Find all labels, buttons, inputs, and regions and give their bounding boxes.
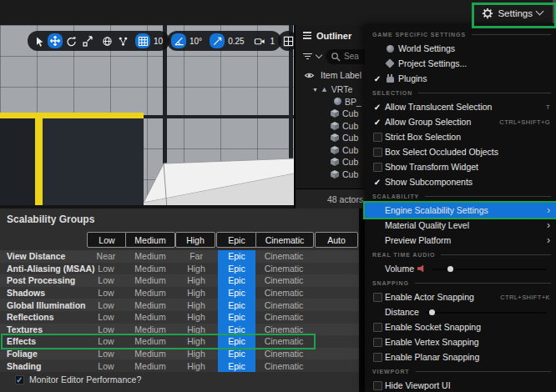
rotation-snap-value[interactable]: 10° bbox=[187, 37, 205, 46]
menu-item-enable-planar-snapping[interactable]: Enable Planar Snapping bbox=[365, 349, 556, 364]
rotate-tool-icon[interactable] bbox=[63, 33, 78, 48]
level-viewport[interactable]: 10 10° 0.25 1 bbox=[0, 25, 295, 209]
quality-cell-medium[interactable]: Medium bbox=[124, 250, 177, 263]
quality-cell-low[interactable]: Low bbox=[87, 335, 125, 348]
menu-item-project-settings[interactable]: Project Settings... bbox=[365, 56, 556, 71]
viewport-layout-button[interactable] bbox=[278, 31, 295, 51]
quality-cell-epic[interactable]: Epic bbox=[218, 311, 255, 324]
quality-cell-epic[interactable]: Epic bbox=[218, 359, 255, 372]
quality-cell-low[interactable]: Low bbox=[87, 263, 125, 275]
quality-cell-medium[interactable]: Medium bbox=[124, 299, 177, 311]
quality-cell-medium[interactable]: Medium bbox=[124, 263, 177, 275]
quality-button-cinematic[interactable]: Cinematic bbox=[255, 232, 314, 248]
filter-icon[interactable] bbox=[303, 53, 312, 60]
dark-cube-right[interactable] bbox=[43, 118, 144, 209]
checkbox-icon[interactable]: ✓ bbox=[372, 103, 383, 112]
slider-knob[interactable] bbox=[447, 266, 453, 272]
quality-cell-near[interactable]: Near bbox=[87, 250, 125, 263]
menu-item-material-quality-level[interactable]: Material Quality Level› bbox=[365, 218, 556, 233]
quality-cell-epic[interactable]: Epic bbox=[218, 250, 255, 263]
camera-speed-icon[interactable] bbox=[252, 33, 267, 48]
checkbox-icon[interactable] bbox=[372, 323, 383, 332]
volume-slider[interactable] bbox=[432, 265, 547, 273]
quality-cell-cinematic[interactable]: Cinematic bbox=[255, 335, 312, 348]
quality-cell-cinematic[interactable]: Cinematic bbox=[255, 263, 312, 275]
menu-item-plugins[interactable]: ✓Plugins bbox=[365, 71, 556, 86]
quality-cell-high[interactable]: High bbox=[175, 359, 217, 372]
quality-cell-cinematic[interactable]: Cinematic bbox=[255, 311, 312, 324]
checkbox-icon[interactable] bbox=[372, 133, 383, 142]
menu-item-enable-socket-snapping[interactable]: Enable Socket Snapping bbox=[365, 319, 556, 334]
monitor-performance-checkbox[interactable]: ✓ Monitor Editor Performance? bbox=[15, 374, 141, 384]
quality-cell-low[interactable]: Low bbox=[87, 324, 125, 336]
menu-item-show-subcomponents[interactable]: ✓Show Subcomponents bbox=[365, 174, 556, 189]
quality-cell-high[interactable]: High bbox=[175, 335, 217, 348]
quality-cell-high[interactable]: High bbox=[175, 299, 217, 311]
select-tool-icon[interactable] bbox=[32, 33, 47, 48]
move-tool-icon[interactable] bbox=[48, 33, 63, 48]
camera-speed-value[interactable]: 1 bbox=[268, 37, 278, 46]
menu-item-allow-translucent-selection[interactable]: ✓Allow Translucent SelectionT bbox=[365, 99, 556, 114]
checkbox-icon[interactable] bbox=[372, 381, 383, 390]
quality-cell-epic[interactable]: Epic bbox=[218, 263, 255, 275]
quality-cell-high[interactable]: High bbox=[175, 263, 217, 275]
quality-cell-epic[interactable]: Epic bbox=[218, 348, 255, 360]
menu-item-hide-viewport-ui[interactable]: Hide Viewport UI bbox=[365, 378, 556, 392]
quality-cell-low[interactable]: Low bbox=[87, 348, 125, 360]
checkbox-icon[interactable] bbox=[372, 163, 383, 172]
slider-knob[interactable] bbox=[429, 309, 435, 315]
menu-item-enable-actor-snapping[interactable]: Enable Actor SnappingCTRL+SHIFT+K bbox=[365, 289, 556, 304]
quality-cell-low[interactable]: Low bbox=[87, 274, 125, 287]
menu-item-world-settings[interactable]: World Settings bbox=[365, 41, 556, 56]
checkbox-icon[interactable] bbox=[372, 338, 383, 347]
surface-snapping-icon[interactable] bbox=[115, 33, 130, 48]
quality-cell-epic[interactable]: Epic bbox=[218, 335, 255, 348]
quality-cell-medium[interactable]: Medium bbox=[124, 324, 177, 336]
quality-button-epic[interactable]: Epic bbox=[216, 232, 257, 248]
settings-button[interactable]: Settings bbox=[478, 3, 546, 23]
scale-snap-value[interactable]: 0.25 bbox=[225, 37, 246, 46]
quality-button-auto[interactable]: Auto bbox=[315, 232, 358, 248]
grid-snap-value[interactable]: 10 bbox=[151, 37, 165, 46]
distance-slider[interactable] bbox=[426, 309, 547, 316]
filter-chevron-icon[interactable] bbox=[316, 52, 322, 58]
quality-cell-epic[interactable]: Epic bbox=[218, 299, 255, 311]
quality-cell-medium[interactable]: Medium bbox=[124, 274, 177, 287]
rotation-snap-icon[interactable] bbox=[171, 33, 186, 48]
menu-item-engine-scalability-settings[interactable]: Engine Scalability Settings› bbox=[365, 203, 556, 218]
world-coordinate-icon[interactable] bbox=[99, 33, 114, 48]
quality-cell-high[interactable]: High bbox=[175, 348, 217, 360]
quality-cell-high[interactable]: High bbox=[175, 324, 217, 336]
quality-cell-high[interactable]: High bbox=[175, 311, 217, 324]
quality-cell-cinematic[interactable]: Cinematic bbox=[255, 274, 312, 287]
menu-item-allow-group-selection[interactable]: ✓Allow Group SelectionCTRL+SHIFT+G bbox=[365, 114, 556, 129]
quality-cell-cinematic[interactable]: Cinematic bbox=[255, 324, 312, 336]
checkbox-icon[interactable] bbox=[372, 148, 383, 157]
menu-item-show-transform-widget[interactable]: Show Transform Widget bbox=[365, 159, 556, 174]
quality-cell-high[interactable]: High bbox=[175, 274, 217, 287]
quality-button-low[interactable]: Low bbox=[87, 232, 127, 248]
checkbox-icon[interactable] bbox=[372, 293, 383, 302]
quality-button-high[interactable]: High bbox=[175, 232, 215, 248]
quality-cell-low[interactable]: Low bbox=[87, 287, 125, 299]
menu-item-volume[interactable]: Volume bbox=[365, 261, 556, 276]
quality-cell-cinematic[interactable]: Cinematic bbox=[255, 359, 312, 372]
expand-arrow-icon[interactable]: ▼ bbox=[312, 87, 318, 93]
quality-cell-cinematic[interactable]: Cinematic bbox=[255, 348, 312, 360]
menu-item-enable-vertex-snapping[interactable]: Enable Vertex Snapping bbox=[365, 334, 556, 349]
quality-cell-epic[interactable]: Epic bbox=[218, 287, 255, 299]
menu-item-preview-platform[interactable]: Preview Platform› bbox=[365, 233, 556, 248]
quality-cell-epic[interactable]: Epic bbox=[218, 274, 255, 287]
checkbox-icon[interactable]: ✓ bbox=[372, 118, 383, 127]
checkbox-icon[interactable] bbox=[372, 353, 383, 362]
dark-cube-left[interactable] bbox=[0, 118, 35, 209]
menu-item-distance[interactable]: Distance bbox=[365, 304, 556, 319]
menu-item-strict-box-selection[interactable]: Strict Box Selection bbox=[365, 129, 556, 144]
scale-snap-icon[interactable] bbox=[210, 33, 225, 48]
quality-cell-low[interactable]: Low bbox=[87, 299, 125, 311]
visibility-eye-icon[interactable] bbox=[304, 70, 315, 81]
quality-cell-medium[interactable]: Medium bbox=[124, 359, 177, 372]
menu-item-box-select-occluded-objects[interactable]: Box Select Occluded Objects bbox=[365, 144, 556, 159]
quality-cell-medium[interactable]: Medium bbox=[124, 348, 177, 360]
quality-cell-cinematic[interactable]: Cinematic bbox=[255, 299, 312, 311]
